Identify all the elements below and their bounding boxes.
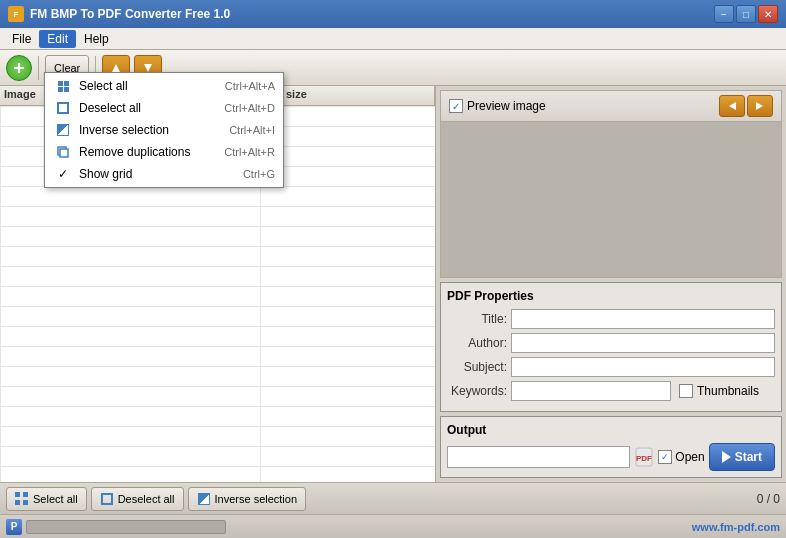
output-path-input[interactable] [447, 446, 630, 468]
toolbar-separator-1 [38, 56, 39, 80]
svg-marker-7 [756, 102, 763, 110]
menu-edit[interactable]: Edit [39, 30, 76, 48]
select-all-grid-icon [58, 81, 69, 92]
title-bar: F FM BMP To PDF Converter Free 1.0 − □ ✕ [0, 0, 786, 28]
inverse-grid-icon [57, 124, 69, 136]
prop-input-author[interactable] [511, 333, 775, 353]
right-panel: ✓ Preview image [436, 86, 786, 482]
preview-nav [719, 95, 773, 117]
open-label: Open [675, 450, 704, 464]
select-all-menu-label: Select all [79, 79, 219, 93]
menu-entry-show-grid[interactable]: ✓ Show grid Ctrl+G [45, 163, 283, 185]
menu-entry-select-all[interactable]: Select all Ctrl+Alt+A [45, 75, 283, 97]
inverse-menu-icon [53, 124, 73, 136]
add-button[interactable] [6, 55, 32, 81]
svg-text:F: F [14, 10, 19, 19]
open-checkbox-group: ✓ Open [658, 450, 704, 464]
remove-dup-menu-icon [53, 146, 73, 158]
menu-entry-deselect-all[interactable]: Deselect all Ctrl+Alt+D [45, 97, 283, 119]
svg-marker-4 [112, 64, 120, 72]
remove-dup-icon-svg [57, 146, 69, 158]
deselect-all-menu-icon [53, 102, 73, 114]
prop-row-author: Author: [447, 333, 775, 353]
status-left: P [6, 519, 226, 535]
preview-next-button[interactable] [747, 95, 773, 117]
prop-label-author: Author: [447, 336, 507, 350]
preview-text: Preview image [467, 99, 546, 113]
remove-dup-menu-label: Remove duplications [79, 145, 218, 159]
prop-label-title: Title: [447, 312, 507, 326]
thumbnails-checkbox-group: Thumbnails [679, 384, 759, 398]
title-controls: − □ ✕ [714, 5, 778, 23]
menu-help[interactable]: Help [76, 30, 117, 48]
p-icon: P [6, 519, 22, 535]
pdf-file-icon: PDF [634, 447, 654, 467]
grid-check-icon: ✓ [58, 167, 68, 181]
select-all-shortcut: Ctrl+Alt+A [225, 80, 275, 92]
deselect-all-shortcut: Ctrl+Alt+D [224, 102, 275, 114]
select-all-menu-icon [53, 81, 73, 92]
start-label: Start [735, 450, 762, 464]
svg-marker-5 [144, 64, 152, 72]
select-all-icon [15, 492, 29, 506]
prop-input-title[interactable] [511, 309, 775, 329]
svg-marker-6 [729, 102, 736, 110]
app-icon: F [8, 6, 24, 22]
prop-input-subject[interactable] [511, 357, 775, 377]
output-row: PDF ✓ Open Start [447, 443, 775, 471]
thumbnails-label: Thumbnails [697, 384, 759, 398]
start-button[interactable]: Start [709, 443, 775, 471]
col-header-filesize: File size [260, 86, 435, 105]
file-count: 0 / 0 [757, 492, 780, 506]
app-title: FM BMP To PDF Converter Free 1.0 [30, 7, 230, 21]
prop-label-subject: Subject: [447, 360, 507, 374]
thumbnails-checkbox[interactable] [679, 384, 693, 398]
prop-label-keywords: Keywords: [447, 384, 507, 398]
bottom-bar: Select all Deselect all Inverse selectio… [0, 482, 786, 514]
status-bar: P www.fm-pdf.com [0, 514, 786, 538]
progress-bar [26, 520, 226, 534]
prop-row-title: Title: [447, 309, 775, 329]
deselect-all-label: Deselect all [118, 493, 175, 505]
deselect-all-icon [100, 492, 114, 506]
select-all-button[interactable]: Select all [6, 487, 87, 511]
menu-entry-remove-dup[interactable]: Remove duplications Ctrl+Alt+R [45, 141, 283, 163]
preview-header: ✓ Preview image [441, 91, 781, 122]
minimize-button[interactable]: − [714, 5, 734, 23]
output-area: Output PDF ✓ Open Start [440, 416, 782, 478]
show-grid-checkmark: ✓ [53, 167, 73, 181]
show-grid-shortcut: Ctrl+G [243, 168, 275, 180]
select-all-label: Select all [33, 493, 78, 505]
close-button[interactable]: ✕ [758, 5, 778, 23]
pdf-properties-title: PDF Properties [447, 289, 775, 303]
menu-file[interactable]: File [4, 30, 39, 48]
inverse-icon [197, 492, 211, 506]
maximize-button[interactable]: □ [736, 5, 756, 23]
title-bar-left: F FM BMP To PDF Converter Free 1.0 [8, 6, 230, 22]
menu-entry-inverse[interactable]: Inverse selection Ctrl+Alt+I [45, 119, 283, 141]
inverse-label: Inverse selection [215, 493, 298, 505]
preview-label: ✓ Preview image [449, 99, 546, 113]
svg-text:PDF: PDF [636, 454, 652, 463]
prop-row-subject: Subject: [447, 357, 775, 377]
svg-rect-11 [60, 149, 68, 157]
inverse-selection-button[interactable]: Inverse selection [188, 487, 307, 511]
output-title: Output [447, 423, 775, 437]
deselect-all-button[interactable]: Deselect all [91, 487, 184, 511]
open-checkbox[interactable]: ✓ [658, 450, 672, 464]
preview-prev-button[interactable] [719, 95, 745, 117]
prop-input-keywords[interactable] [511, 381, 671, 401]
remove-dup-shortcut: Ctrl+Alt+R [224, 146, 275, 158]
preview-content [441, 122, 781, 277]
prop-row-keywords: Keywords: Thumbnails [447, 381, 775, 401]
deselect-all-grid-icon [57, 102, 69, 114]
inverse-menu-label: Inverse selection [79, 123, 223, 137]
status-logo: www.fm-pdf.com [692, 521, 780, 533]
menu-bar: File Edit Help [0, 28, 786, 50]
preview-checkbox[interactable]: ✓ [449, 99, 463, 113]
play-icon [722, 451, 731, 463]
pdf-properties: PDF Properties Title: Author: Subject: K… [440, 282, 782, 412]
show-grid-menu-label: Show grid [79, 167, 237, 181]
edit-dropdown-menu: Select all Ctrl+Alt+A Deselect all Ctrl+… [44, 72, 284, 188]
deselect-all-menu-label: Deselect all [79, 101, 218, 115]
